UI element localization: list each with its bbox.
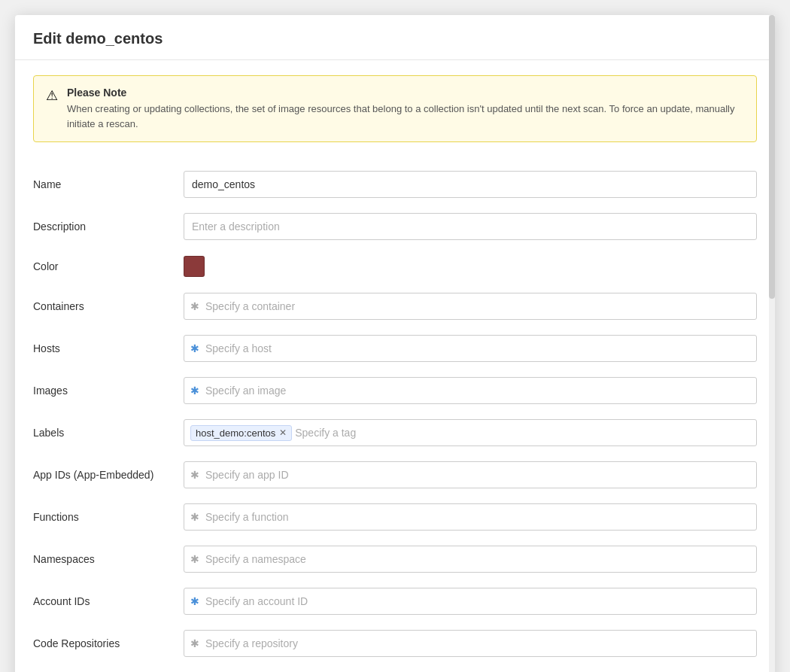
label-tag-remove[interactable]: ✕: [279, 428, 287, 437]
namespaces-row: Namespaces ✱ Specify a namespace: [33, 538, 757, 580]
labels-input[interactable]: host_demo:centos ✕ Specify a tag: [184, 419, 757, 446]
containers-label: Containers: [33, 300, 184, 312]
images-input[interactable]: ✱ Specify an image: [184, 377, 757, 404]
coderepositories-field: ✱ Specify a repository: [184, 630, 757, 657]
name-label: Name: [33, 178, 184, 190]
form-section: Name Description Color: [33, 163, 757, 664]
name-row: Name: [33, 163, 757, 205]
hosts-label: Hosts: [33, 342, 184, 354]
appids-asterisk: ✱: [190, 469, 199, 481]
hosts-asterisk: ✱: [190, 342, 199, 354]
notice-content: Please Note When creating or updating co…: [67, 87, 744, 131]
functions-field: ✱ Specify a function: [184, 503, 757, 531]
name-field: [184, 171, 757, 198]
modal-title: Edit demo_centos: [33, 30, 757, 47]
namespaces-placeholder: Specify a namespace: [205, 553, 306, 565]
namespaces-field: ✱ Specify a namespace: [184, 546, 757, 573]
images-placeholder: Specify an image: [205, 385, 286, 397]
images-row: Images ✱ Specify an image: [33, 369, 757, 412]
appids-input[interactable]: ✱ Specify an app ID: [184, 461, 757, 488]
accountids-row: Account IDs ✱ Specify an account ID: [33, 580, 757, 622]
coderepositories-placeholder: Specify a repository: [205, 637, 298, 649]
notice-title: Please Note: [67, 87, 744, 99]
name-input[interactable]: [184, 171, 757, 198]
modal-body: ⚠ Please Note When creating or updating …: [15, 60, 775, 672]
functions-asterisk: ✱: [190, 511, 199, 523]
color-field: [184, 256, 757, 277]
appids-field: ✱ Specify an app ID: [184, 461, 757, 488]
accountids-input[interactable]: ✱ Specify an account ID: [184, 588, 757, 615]
description-input[interactable]: [184, 213, 757, 240]
label-tag-text: host_demo:centos: [196, 427, 275, 439]
containers-row: Containers ✱ Specify a container: [33, 285, 757, 327]
images-label: Images: [33, 385, 184, 397]
hosts-input[interactable]: ✱ Specify a host: [184, 335, 757, 362]
coderepositories-label: Code Repositories: [33, 637, 184, 649]
appids-placeholder: Specify an app ID: [205, 469, 289, 481]
coderepositories-asterisk: ✱: [190, 637, 199, 649]
edit-modal: Edit demo_centos ⚠ Please Note When crea…: [15, 15, 775, 672]
accountids-asterisk: ✱: [190, 595, 199, 607]
labels-field: host_demo:centos ✕ Specify a tag: [184, 419, 757, 446]
modal-header: Edit demo_centos: [15, 15, 775, 60]
accountids-placeholder: Specify an account ID: [205, 595, 308, 607]
images-asterisk: ✱: [190, 385, 199, 397]
description-row: Description: [33, 205, 757, 248]
description-label: Description: [33, 220, 184, 233]
hosts-field: ✱ Specify a host: [184, 335, 757, 362]
color-label: Color: [33, 260, 184, 272]
functions-row: Functions ✱ Specify a function: [33, 496, 757, 538]
namespaces-input[interactable]: ✱ Specify a namespace: [184, 546, 757, 573]
images-field: ✱ Specify an image: [184, 377, 757, 404]
notice-text: When creating or updating collections, t…: [67, 102, 744, 131]
coderepositories-row: Code Repositories ✱ Specify a repository: [33, 622, 757, 664]
hosts-row: Hosts ✱ Specify a host: [33, 327, 757, 369]
namespaces-label: Namespaces: [33, 553, 184, 565]
coderepositories-input[interactable]: ✱ Specify a repository: [184, 630, 757, 657]
appids-row: App IDs (App-Embedded) ✱ Specify an app …: [33, 454, 757, 496]
hosts-placeholder: Specify a host: [205, 342, 272, 354]
namespaces-asterisk: ✱: [190, 553, 199, 565]
containers-input[interactable]: ✱ Specify a container: [184, 293, 757, 320]
containers-asterisk: ✱: [190, 300, 199, 312]
color-row: Color: [33, 248, 757, 285]
color-swatch[interactable]: [184, 256, 205, 277]
labels-placeholder: Specify a tag: [295, 427, 356, 439]
scrollbar[interactable]: [769, 15, 775, 672]
functions-label: Functions: [33, 511, 184, 523]
functions-input[interactable]: ✱ Specify a function: [184, 503, 757, 531]
label-tag: host_demo:centos ✕: [190, 425, 292, 441]
labels-row: Labels host_demo:centos ✕ Specify a tag: [33, 412, 757, 454]
containers-field: ✱ Specify a container: [184, 293, 757, 320]
containers-placeholder: Specify a container: [205, 300, 295, 312]
accountids-label: Account IDs: [33, 595, 184, 607]
labels-label: Labels: [33, 427, 184, 439]
notice-box: ⚠ Please Note When creating or updating …: [33, 75, 757, 142]
scrollbar-thumb[interactable]: [769, 15, 775, 299]
functions-placeholder: Specify a function: [205, 511, 289, 523]
description-field: [184, 213, 757, 240]
accountids-field: ✱ Specify an account ID: [184, 588, 757, 615]
appids-label: App IDs (App-Embedded): [33, 469, 184, 481]
warning-icon: ⚠: [46, 87, 58, 104]
